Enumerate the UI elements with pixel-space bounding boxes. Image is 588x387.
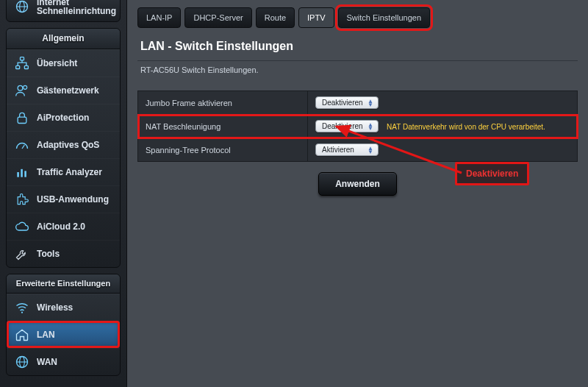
sidebar-quick-setup[interactable]: Internet Schnelleinrichtung — [6, 0, 121, 22]
sidebar: Internet Schnelleinrichtung Allgemein Üb… — [0, 0, 126, 387]
sidebar-item-label: LAN — [37, 330, 55, 340]
sidebar-item-label: Traffic Analyzer — [37, 167, 102, 177]
sidebar-item-label: USB-Anwendung — [37, 194, 109, 205]
updown-icon: ▲▼ — [368, 123, 373, 130]
puzzle-icon — [14, 192, 30, 207]
sidebar-item-tools[interactable]: Tools — [7, 240, 120, 267]
sidebar-quick-setup-label: Internet Schnelleinrichtung — [37, 0, 116, 15]
select-value: Deaktivieren — [322, 99, 363, 107]
bars-icon — [14, 165, 30, 180]
apply-button[interactable]: Anwenden — [318, 172, 397, 196]
network-map-icon — [14, 56, 30, 71]
sidebar-item-label: AiCloud 2.0 — [37, 221, 85, 232]
globe-icon — [14, 355, 30, 369]
sidebar-item-wan[interactable]: WAN — [7, 348, 120, 375]
page-subtitle: RT-AC56U Switch Einstellungen. — [140, 65, 575, 80]
sidebar-advanced-header: Erweiterte Einstellungen — [7, 274, 120, 294]
svg-rect-10 — [17, 172, 19, 177]
sidebar-item-usb-app[interactable]: USB-Anwendung — [7, 185, 120, 213]
tab-iptv[interactable]: IPTV — [298, 7, 334, 28]
tab-switch-settings[interactable]: Switch Einstellungen — [338, 7, 431, 28]
sidebar-general-panel: Allgemein Übersicht Gästenetzwerk AiProt… — [6, 28, 121, 268]
row-value-cell: Deaktivieren ▲▼ — [308, 91, 578, 115]
updown-icon: ▲▼ — [368, 146, 373, 154]
select-nat-accel[interactable]: Deaktivieren ▲▼ — [315, 120, 379, 132]
main-panel: LAN-IP DHCP-Server Route IPTV Switch Ein… — [126, 0, 588, 387]
select-jumbo-frame[interactable]: Deaktivieren ▲▼ — [315, 96, 379, 109]
wrench-icon — [14, 246, 30, 261]
select-value: Aktivieren — [322, 146, 354, 154]
svg-rect-8 — [18, 117, 26, 123]
sidebar-general-header: Allgemein — [7, 29, 120, 49]
sidebar-advanced-panel: Erweiterte Einstellungen Wireless LAN WA… — [6, 274, 121, 376]
row-spanning-tree: Spanning-Tree Protocol Aktivieren ▲▼ — [138, 138, 578, 162]
sidebar-item-label: Gästenetzwerk — [37, 85, 99, 96]
sidebar-item-guestnet[interactable]: Gästenetzwerk — [7, 77, 120, 104]
select-spanning-tree[interactable]: Aktivieren ▲▼ — [315, 143, 379, 156]
globe-icon — [14, 0, 30, 14]
row-value-cell: Aktivieren ▲▼ — [308, 138, 578, 162]
tab-bar: LAN-IP DHCP-Server Route IPTV Switch Ein… — [137, 7, 578, 28]
sidebar-item-aiprotection[interactable]: AiProtection — [7, 104, 120, 131]
svg-rect-3 — [21, 57, 24, 60]
users-icon — [14, 83, 30, 98]
divider — [137, 60, 578, 61]
sidebar-item-aicloud[interactable]: AiCloud 2.0 — [7, 213, 120, 240]
tab-route[interactable]: Route — [256, 7, 295, 28]
row-value-cell: Deaktivieren ▲▼ NAT Datenverkehr wird vo… — [308, 115, 578, 138]
svg-rect-12 — [24, 171, 26, 177]
row-note: NAT Datenverkehr wird von der CPU verarb… — [387, 123, 545, 131]
tab-dhcp-server[interactable]: DHCP-Server — [184, 7, 251, 28]
row-label: Spanning-Tree Protocol — [138, 138, 308, 162]
home-icon — [14, 327, 30, 342]
sidebar-item-label: WAN — [37, 357, 57, 367]
gauge-icon — [14, 138, 30, 152]
cloud-icon — [14, 219, 30, 234]
sidebar-item-overview[interactable]: Übersicht — [7, 49, 120, 77]
lock-icon — [14, 110, 30, 125]
row-nat-accel: NAT Beschleunigung Deaktivieren ▲▼ NAT D… — [138, 115, 578, 138]
sidebar-item-traffic-analyzer[interactable]: Traffic Analyzer — [7, 158, 120, 185]
svg-point-6 — [18, 85, 23, 90]
sidebar-item-adaptive-qos[interactable]: Adaptives QoS — [7, 131, 120, 158]
sidebar-item-label: Tools — [37, 249, 60, 259]
page-title: LAN - Switch Einstellungen — [140, 40, 575, 53]
svg-point-13 — [21, 312, 23, 313]
svg-rect-4 — [16, 65, 20, 68]
svg-rect-11 — [21, 169, 23, 177]
annotation-box: Deaktivieren — [455, 162, 529, 185]
svg-rect-5 — [24, 65, 28, 68]
sidebar-item-lan[interactable]: LAN — [7, 321, 120, 348]
sidebar-item-label: AiProtection — [37, 113, 89, 123]
row-jumbo-frame: Jumbo Frame aktivieren Deaktivieren ▲▼ — [138, 91, 578, 115]
select-value: Deaktivieren — [322, 122, 363, 130]
tab-lan-ip[interactable]: LAN-IP — [137, 7, 181, 28]
sidebar-item-label: Wireless — [37, 302, 73, 313]
updown-icon: ▲▼ — [368, 99, 373, 107]
sidebar-item-wireless[interactable]: Wireless — [7, 294, 120, 321]
settings-table: Jumbo Frame aktivieren Deaktivieren ▲▼ N… — [137, 90, 578, 162]
sidebar-item-label: Übersicht — [37, 58, 77, 68]
row-label: Jumbo Frame aktivieren — [138, 91, 308, 115]
svg-line-9 — [22, 145, 24, 149]
row-label: NAT Beschleunigung — [138, 115, 308, 138]
wifi-icon — [14, 300, 30, 315]
sidebar-item-label: Adaptives QoS — [37, 140, 99, 150]
svg-point-7 — [24, 85, 27, 89]
